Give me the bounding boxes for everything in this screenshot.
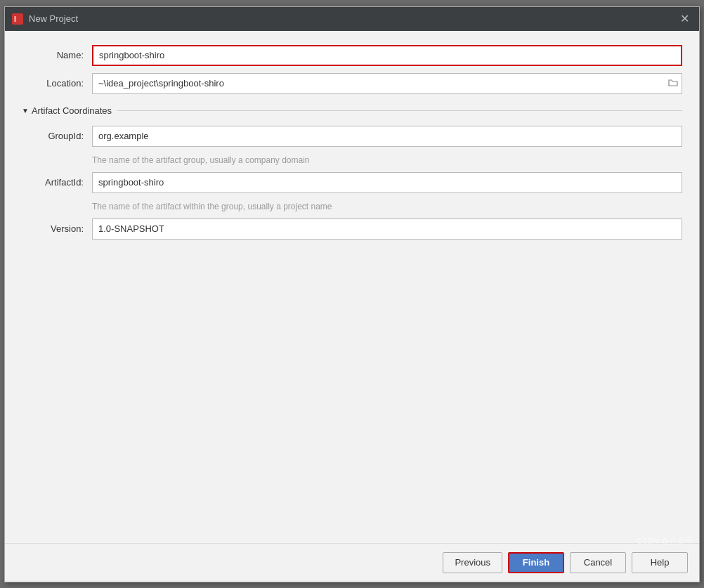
dialog-title: New Project — [29, 13, 78, 24]
location-row: Location: — [22, 73, 682, 94]
section-divider — [117, 110, 682, 111]
groupid-row: GroupId: — [22, 126, 682, 147]
close-button[interactable]: ✕ — [677, 12, 692, 26]
location-input[interactable] — [92, 73, 682, 94]
title-bar-left: I New Project — [12, 13, 78, 25]
name-label: Name: — [22, 50, 92, 60]
new-project-dialog: I New Project ✕ Name: Location: — [4, 6, 700, 582]
spacer — [22, 247, 682, 529]
section-title: Artifact Coordinates — [32, 105, 112, 116]
artifactid-row: ArtifactId: — [22, 172, 682, 193]
groupid-input[interactable] — [92, 126, 682, 147]
version-label: Version: — [22, 223, 92, 234]
section-toggle-icon[interactable]: ▼ — [22, 107, 29, 115]
groupid-hint: The name of the artifact group, usually … — [92, 155, 682, 165]
artifactid-label: ArtifactId: — [22, 177, 92, 188]
finish-button[interactable]: Finish — [508, 552, 564, 573]
location-label: Location: — [22, 78, 92, 89]
groupid-label: GroupId: — [22, 131, 92, 141]
version-input[interactable] — [92, 218, 682, 240]
location-input-wrapper — [92, 73, 682, 94]
browse-folder-button[interactable] — [667, 77, 679, 91]
name-row: Name: — [22, 45, 682, 66]
version-row: Version: — [22, 218, 682, 240]
help-button[interactable]: Help — [632, 552, 688, 573]
title-bar: I New Project ✕ — [5, 7, 699, 31]
previous-button[interactable]: Previous — [443, 552, 502, 573]
cancel-button[interactable]: Cancel — [570, 552, 626, 573]
artifactid-hint: The name of the artifact within the grou… — [92, 202, 682, 211]
svg-text:I: I — [14, 15, 16, 23]
artifact-coordinates-section-header: ▼ Artifact Coordinates — [22, 105, 682, 116]
artifactid-input[interactable] — [92, 172, 682, 193]
button-bar: Previous Finish Cancel Help — [5, 543, 699, 582]
app-icon: I — [12, 13, 23, 25]
name-input[interactable] — [92, 45, 682, 66]
dialog-content: Name: Location: ▼ Artifact Coordinates — [5, 31, 699, 543]
